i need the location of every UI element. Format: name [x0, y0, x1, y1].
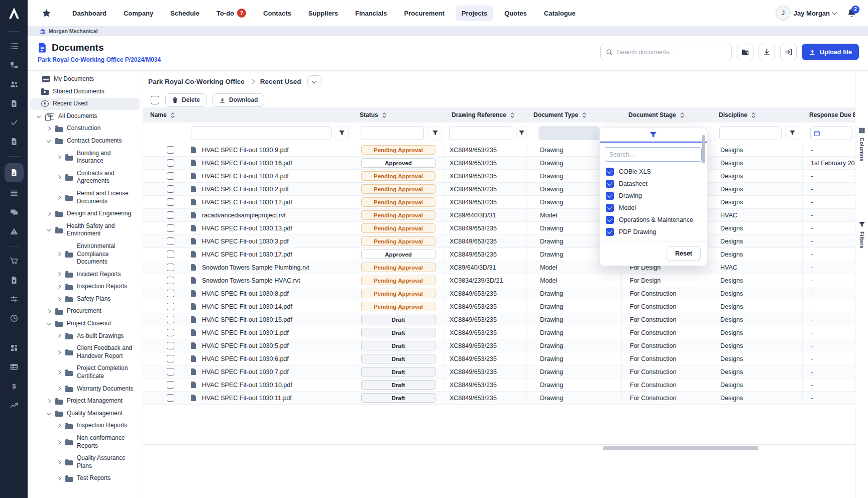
project-link[interactable]: Park Royal Co-Working Office P/2024/M034	[33, 56, 161, 63]
table-row[interactable]: HVAC SPEC Fit-out 1030:5.pdf Draft XC884…	[143, 339, 855, 352]
row-checkbox[interactable]	[167, 381, 174, 389]
tree-chevron-icon[interactable]	[46, 321, 51, 326]
sort-icon[interactable]	[680, 112, 685, 118]
nav-item[interactable]: Procurement	[398, 6, 451, 21]
tree-chevron-icon[interactable]	[46, 399, 51, 404]
sort-icon[interactable]	[582, 112, 587, 118]
column-header[interactable]: Name	[143, 111, 353, 118]
status-filter-input[interactable]	[361, 126, 424, 140]
filter-option[interactable]: Operations & Maintenance	[600, 214, 707, 226]
status-filter-funnel-icon[interactable]	[428, 127, 442, 140]
trend-icon[interactable]	[5, 397, 24, 414]
invoice-icon[interactable]	[5, 272, 24, 289]
nav-item[interactable]: Catalogue	[538, 6, 582, 21]
favorite-star-icon[interactable]	[42, 9, 51, 18]
document-type-filter-input[interactable]	[538, 126, 600, 140]
chat-icon[interactable]	[5, 204, 24, 221]
row-checkbox[interactable]	[167, 355, 174, 362]
tree-chevron-icon[interactable]	[46, 139, 51, 144]
tree-item[interactable]: Quality Management	[40, 408, 140, 420]
tree-item[interactable]: Test Reports	[50, 472, 140, 484]
discipline-filter-input[interactable]	[719, 126, 782, 140]
users-icon[interactable]	[5, 76, 24, 93]
table-row[interactable]: HVAC SPEC Fit-out 1030:1.pdf Draft XC884…	[143, 326, 855, 339]
document-icon[interactable]	[5, 95, 24, 112]
tree-chevron-icon[interactable]	[56, 370, 61, 375]
nav-item[interactable]: To-do 7	[210, 5, 252, 22]
tree-chevron-icon[interactable]	[56, 195, 61, 200]
tree-chevron-icon[interactable]	[46, 227, 51, 232]
row-checkbox[interactable]	[167, 394, 174, 402]
sort-icon[interactable]	[510, 112, 515, 118]
horizontal-scrollbar[interactable]	[603, 446, 758, 450]
export-button[interactable]	[780, 44, 797, 60]
tree-item[interactable]: Design and Engineering	[40, 208, 140, 220]
row-checkbox[interactable]	[167, 277, 174, 284]
table-row[interactable]: HVAC SPEC Fit-out 1030:14.pdf Pending Ap…	[143, 300, 855, 313]
table-row[interactable]: HVAC SPEC Fit-out 1030:10.pdf Draft XC88…	[143, 379, 855, 392]
tree-chevron-icon[interactable]	[56, 284, 61, 289]
table-row[interactable]: HVAC SPEC Fit-out 1030:8.pdf Pending App…	[143, 287, 855, 300]
columns-tool[interactable]: Columns	[855, 127, 868, 162]
tree-item[interactable]: Safety Plans	[50, 293, 140, 305]
tree-item[interactable]: Project Completion Certificate	[50, 362, 140, 382]
table-row[interactable]: HVAC SPEC Fit-out 1030:7.pdf Draft XC884…	[143, 365, 855, 379]
row-checkbox[interactable]	[167, 224, 174, 232]
table-row[interactable]: Snowdon Towers Sample Plumbing.rvt Pendi…	[143, 261, 855, 274]
tree-item[interactable]: Recent Used	[30, 98, 140, 110]
sliders-icon[interactable]	[5, 291, 24, 308]
row-checkbox[interactable]	[167, 211, 174, 219]
name-filter-input[interactable]	[191, 126, 332, 140]
name-filter-funnel-icon[interactable]	[335, 127, 348, 140]
breadcrumb-project[interactable]: Park Royal Co-Working Office	[148, 78, 245, 85]
table-row[interactable]: Snowdon Towers Sample HVAC.rvt Pending A…	[143, 274, 855, 287]
table-row[interactable]: HVAC SPEC Fit-out 1030:2.pdf Pending App…	[143, 183, 855, 196]
user-menu[interactable]: J Jay Morgan	[776, 6, 836, 21]
filter-option[interactable]: Drawing	[600, 190, 707, 202]
row-checkbox[interactable]	[167, 264, 174, 271]
table-row[interactable]: HVAC SPEC Fit-out 1030:12.pdf Pending Ap…	[143, 196, 855, 209]
tree-item[interactable]: Project Management	[40, 395, 140, 407]
nav-item[interactable]: Dashboard	[66, 6, 113, 21]
list-icon[interactable]	[5, 38, 24, 55]
row-checkbox[interactable]	[167, 198, 174, 206]
checkbox-checked-icon[interactable]	[606, 216, 614, 224]
tree-chevron-icon[interactable]	[56, 333, 61, 338]
tree-chevron-icon[interactable]	[56, 440, 61, 445]
breadcrumb-dropdown-button[interactable]	[307, 75, 321, 87]
popup-search-input[interactable]	[605, 147, 702, 162]
column-header[interactable]: Status	[353, 111, 445, 118]
table-row[interactable]: HVAC SPEC Fit-out 1030:17.pdf Approved X…	[143, 248, 855, 261]
column-header[interactable]: Drawing Reference	[445, 111, 526, 118]
tree-chevron-icon[interactable]	[36, 114, 41, 119]
filter-option[interactable]: PDF Drawing	[600, 226, 707, 238]
tree-item[interactable]: Permit and License Documents	[50, 188, 140, 207]
tree-item[interactable]: Project Closeout	[40, 318, 140, 330]
drawing-reference-filter-input[interactable]	[449, 126, 512, 140]
tree-item[interactable]: Health Safety and Environment	[40, 220, 140, 240]
checkbox-checked-icon[interactable]	[606, 228, 614, 236]
nav-item[interactable]: Financials	[349, 6, 393, 21]
delete-button[interactable]: Delete	[165, 93, 206, 107]
tree-item[interactable]: Inspection Reports	[50, 281, 140, 293]
table-row[interactable]: HVAC SPEC Fit-out 1030:11.pdf Draft XC88…	[143, 392, 855, 405]
tree-chevron-icon[interactable]	[46, 126, 51, 131]
discipline-filter-funnel-icon[interactable]	[786, 127, 799, 140]
tree-item[interactable]: Warranty Documents	[50, 383, 140, 395]
filter-option[interactable]: Datasheet	[600, 178, 707, 190]
tree-item[interactable]: Client Feedback and Handover Report	[50, 342, 140, 362]
tree-item[interactable]: Non-conformance Reports	[50, 432, 140, 452]
filters-tool[interactable]: Filters	[855, 221, 868, 248]
tree-chevron-icon[interactable]	[56, 272, 61, 277]
tree-item[interactable]: Quality Assurance Plans	[50, 452, 140, 472]
checkbox-checked-icon[interactable]	[606, 180, 614, 188]
drawing-reference-filter-funnel-icon[interactable]	[517, 127, 526, 140]
tree-chevron-icon[interactable]	[56, 297, 61, 302]
table-row[interactable]: HVAC SPEC Fit-out 1030:3.pdf Pending App…	[143, 235, 855, 248]
reset-button[interactable]: Reset	[667, 246, 701, 261]
tree-item[interactable]: Construction	[40, 122, 140, 135]
tree-chevron-icon[interactable]	[46, 411, 51, 416]
row-checkbox[interactable]	[167, 146, 174, 154]
tree-item[interactable]: Inspection Reports	[50, 420, 140, 432]
download-button[interactable]: Download	[212, 93, 264, 107]
